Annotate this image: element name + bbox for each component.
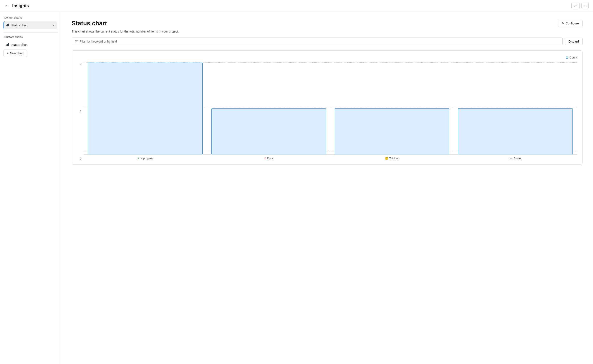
content-header: Status chart ✎ Configure [72, 20, 582, 27]
pencil-icon: ✎ [561, 22, 564, 25]
sidebar-item-status-chart-default[interactable]: Status chart ▾ [4, 21, 57, 29]
new-chart-button[interactable]: + New chart [4, 50, 27, 57]
svg-rect-2 [8, 24, 9, 26]
bar-group-thinking [330, 63, 454, 154]
new-chart-label: New chart [10, 52, 24, 55]
x-labels: ✗ In progress ⊙ Done 🤔 Thinking [84, 157, 577, 160]
more-options-button[interactable]: ··· [581, 3, 589, 9]
filter-icon [75, 39, 78, 43]
svg-rect-0 [6, 25, 7, 26]
content-area: Status chart ✎ Configure This chart show… [61, 12, 593, 364]
x-label-text-no-status: No Status [510, 157, 521, 160]
legend-label: Count [569, 56, 577, 59]
x-label-icon-done: ⊙ [264, 157, 266, 160]
configure-label: Configure [566, 22, 579, 25]
y-axis: 0 1 2 [77, 63, 84, 160]
svg-rect-1 [7, 24, 8, 26]
configure-button[interactable]: ✎ Configure [558, 20, 582, 27]
chart-bar-icon-custom [6, 43, 9, 47]
x-label-thinking: 🤔 Thinking [330, 157, 454, 160]
x-label-in-progress: ✗ In progress [84, 157, 207, 160]
x-label-no-status: No Status [454, 157, 577, 160]
chart-description: This chart shows the current status for … [72, 30, 582, 33]
bar-in-progress [88, 63, 203, 154]
chart-legend: Count [77, 56, 577, 59]
chart-bar-icon [6, 23, 9, 27]
filter-input-wrap[interactable] [72, 38, 563, 45]
sidebar-divider [4, 32, 57, 32]
bar-done [211, 109, 326, 154]
more-icon: ··· [584, 4, 586, 7]
svg-rect-3 [6, 45, 7, 46]
chart-container: Count 0 1 2 [72, 50, 582, 164]
default-charts-label: Default charts [4, 16, 57, 19]
bars-wrapper: ✗ In progress ⊙ Done 🤔 Thinking [84, 63, 577, 160]
bar-group-in-progress [84, 63, 207, 154]
page-title: Insights [12, 3, 29, 8]
bar-group-done [207, 63, 330, 154]
sidebar-item-label-default: Status chart [11, 24, 28, 27]
x-label-text-thinking: Thinking [389, 157, 399, 160]
top-bar: ← Insights ··· [0, 0, 593, 12]
sidebar: Default charts Status chart ▾ Custom cha… [0, 12, 61, 364]
y-label-1: 1 [77, 110, 81, 113]
bars-row [84, 63, 577, 154]
main-layout: Default charts Status chart ▾ Custom cha… [0, 12, 593, 364]
x-label-text-in-progress: In progress [140, 157, 153, 160]
bar-thinking [335, 109, 449, 154]
plus-icon: + [7, 52, 8, 55]
chart-icon [574, 4, 577, 8]
custom-charts-label: Custom charts [4, 36, 57, 39]
content-title: Status chart [72, 20, 107, 27]
top-bar-right: ··· [571, 3, 589, 9]
bar-group-no-status [454, 63, 577, 154]
svg-rect-4 [7, 44, 8, 46]
bar-no-status [458, 109, 573, 154]
discard-button[interactable]: Discard [565, 38, 582, 45]
sidebar-item-label-custom: Status chart [11, 43, 28, 46]
x-label-done: ⊙ Done [207, 157, 330, 160]
back-button[interactable]: ← [4, 3, 10, 9]
y-label-2: 2 [77, 63, 81, 65]
top-bar-left: ← Insights [4, 3, 29, 9]
app-container: ← Insights ··· Default charts Stat [0, 0, 593, 364]
x-label-text-done: Done [267, 157, 274, 160]
x-label-icon-thinking: 🤔 [385, 157, 389, 160]
sidebar-item-arrow[interactable]: ▾ [52, 23, 55, 27]
y-label-0: 0 [77, 157, 81, 160]
filter-input[interactable] [80, 40, 559, 43]
filter-row: Discard [72, 38, 582, 45]
x-axis-line [84, 154, 577, 155]
svg-rect-5 [8, 43, 9, 46]
x-label-icon-in-progress: ✗ [137, 157, 139, 160]
chart-area: 0 1 2 [77, 63, 577, 160]
legend-dot [566, 57, 568, 59]
chart-icon-button[interactable] [571, 3, 580, 9]
sidebar-item-status-chart-custom[interactable]: Status chart [4, 41, 57, 49]
